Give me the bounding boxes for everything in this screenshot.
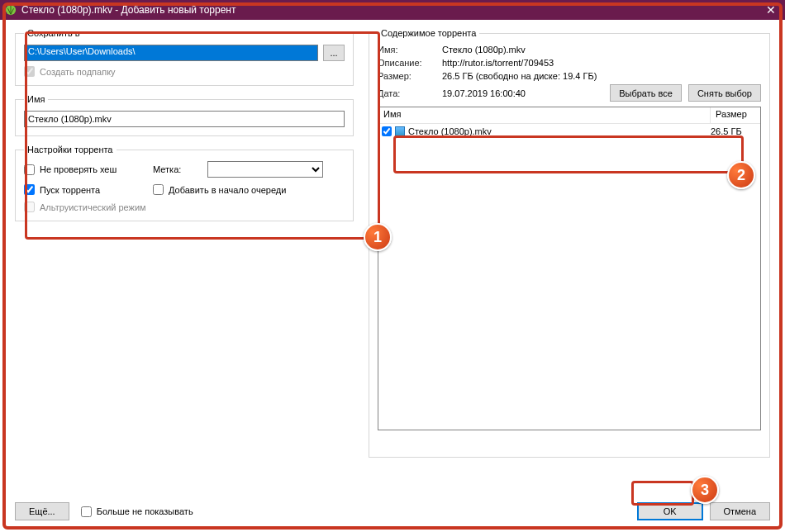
save-in-legend: Сохранить в: [24, 28, 83, 38]
annotation-badge-1: 1: [364, 223, 392, 251]
no-hash-check-checkbox[interactable]: Не проверять хеш: [24, 164, 148, 175]
dont-show-checkbox[interactable]: Больше не показывать: [81, 506, 193, 517]
cancel-button[interactable]: Отмена: [710, 502, 770, 520]
ok-button[interactable]: OK: [637, 502, 703, 520]
app-icon: [5, 4, 17, 16]
info-date-value: 19.07.2019 16:00:40: [442, 88, 603, 98]
create-subfolder-checkbox: Создать подпапку: [24, 66, 345, 77]
file-list-header: Имя Размер: [378, 107, 760, 124]
deselect-button[interactable]: Снять выбор: [688, 84, 761, 102]
file-row[interactable]: Стекло (1080p).mkv 26.5 ГБ: [378, 124, 760, 139]
file-list[interactable]: Имя Размер Стекло (1080p).mkv 26.5 ГБ: [378, 107, 761, 430]
col-name[interactable]: Имя: [378, 107, 711, 123]
info-date-label: Дата:: [378, 88, 435, 98]
info-name-value: Стекло (1080p).mkv: [442, 45, 761, 55]
name-legend: Имя: [24, 94, 48, 104]
right-panel: Содержимое торрента Имя: Стекло (1080p).…: [369, 28, 770, 474]
annotation-badge-2: 2: [727, 161, 755, 189]
file-checkbox[interactable]: [382, 126, 392, 136]
select-all-button[interactable]: Выбрать все: [610, 84, 682, 102]
save-in-group: Сохранить в C:\Users\User\Downloads\ ...…: [15, 28, 354, 86]
titlebar: Стекло (1080p).mkv - Добавить новый торр…: [0, 0, 785, 20]
window-title: Стекло (1080p).mkv - Добавить новый торр…: [21, 4, 236, 16]
close-button[interactable]: ✕: [764, 2, 778, 17]
left-panel: Сохранить в C:\Users\User\Downloads\ ...…: [15, 28, 354, 474]
file-name: Стекло (1080p).mkv: [408, 126, 711, 136]
altruistic-checkbox: Альтруистический режим: [24, 202, 323, 212]
name-group: Имя: [15, 94, 354, 136]
label-label: Метка:: [153, 164, 202, 174]
info-desc-label: Описание:: [378, 58, 435, 68]
info-desc-value: http://rutor.is/torrent/709453: [442, 58, 761, 68]
name-input[interactable]: [24, 111, 345, 127]
add-to-top-checkbox[interactable]: Добавить в начало очереди: [153, 184, 323, 195]
col-size[interactable]: Размер: [711, 107, 760, 123]
info-name-label: Имя:: [378, 45, 435, 55]
footer: Ещё... Больше не показывать OK Отмена: [15, 502, 770, 520]
start-torrent-checkbox[interactable]: Пуск торрента: [24, 184, 148, 195]
browse-button[interactable]: ...: [323, 45, 345, 61]
info-size-value: 26.5 ГБ (свободно на диске: 19.4 ГБ): [442, 71, 761, 81]
label-select[interactable]: [207, 161, 323, 178]
annotation-badge-3: 3: [691, 476, 719, 504]
torrent-settings-legend: Настройки торрента: [24, 145, 117, 154]
more-button[interactable]: Ещё...: [15, 502, 69, 520]
torrent-content-group: Содержимое торрента Имя: Стекло (1080p).…: [369, 28, 770, 458]
torrent-content-legend: Содержимое торрента: [378, 28, 479, 38]
file-size: 26.5 ГБ: [711, 126, 757, 136]
save-path-input[interactable]: C:\Users\User\Downloads\: [24, 45, 318, 61]
info-size-label: Размер:: [378, 71, 435, 81]
torrent-settings-group: Настройки торрента Не проверять хеш Метк…: [15, 145, 354, 221]
video-file-icon: [395, 126, 405, 136]
